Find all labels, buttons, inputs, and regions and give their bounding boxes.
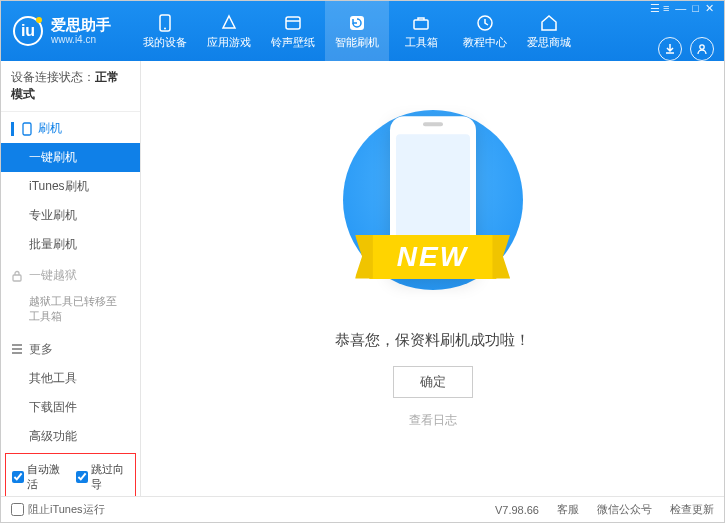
home-icon	[539, 13, 559, 33]
ok-button[interactable]: 确定	[393, 366, 473, 398]
svg-rect-2	[286, 17, 300, 29]
body: 设备连接状态：正常模式 刷机 一键刷机 iTunes刷机 专业刷机 批量刷机 一…	[1, 61, 724, 496]
check-update-link[interactable]: 检查更新	[670, 502, 714, 517]
main-nav: 我的设备 应用游戏 铃声壁纸 智能刷机	[133, 1, 581, 61]
auto-activate-checkbox[interactable]: 自动激活	[12, 462, 66, 492]
phone-icon	[155, 13, 175, 33]
user-button[interactable]	[690, 37, 714, 61]
category-label: 一键越狱	[29, 267, 77, 284]
sidebar-item-advanced[interactable]: 高级功能	[1, 422, 140, 451]
phone-icon	[22, 122, 32, 136]
jailbreak-note: 越狱工具已转移至 工具箱	[1, 290, 140, 333]
sidebar: 设备连接状态：正常模式 刷机 一键刷机 iTunes刷机 专业刷机 批量刷机 一…	[1, 61, 141, 496]
nav-ringtone-wallpaper[interactable]: 铃声壁纸	[261, 1, 325, 61]
book-icon	[475, 13, 495, 33]
maximize-icon[interactable]: □	[692, 2, 699, 15]
svg-rect-8	[13, 275, 21, 281]
close-icon[interactable]: ✕	[705, 2, 714, 15]
sidebar-item-oneclick-flash[interactable]: 一键刷机	[1, 143, 140, 172]
status-label: 设备连接状态：	[11, 70, 95, 84]
checkbox-label: 自动激活	[27, 462, 66, 492]
nav-toolbox[interactable]: 工具箱	[389, 1, 453, 61]
sidebar-item-download-firmware[interactable]: 下载固件	[1, 393, 140, 422]
titlebar-right: ☰ ≡ — □ ✕	[640, 1, 724, 61]
apps-icon	[219, 13, 239, 33]
svg-point-1	[164, 27, 166, 29]
wechat-link[interactable]: 微信公众号	[597, 502, 652, 517]
success-illustration: NEW	[313, 109, 553, 309]
titlebar: iu 爱思助手 www.i4.cn 我的设备 应用游戏	[1, 1, 724, 61]
version-label: V7.98.66	[495, 504, 539, 516]
music-icon	[283, 13, 303, 33]
sidebar-bottom: 自动激活 跳过向导 iPhone 12 mini 64GB Down-12min…	[1, 451, 140, 496]
app-url: www.i4.cn	[51, 34, 111, 45]
svg-rect-4	[414, 20, 428, 29]
skip-guide-checkbox[interactable]: 跳过向导	[76, 462, 130, 492]
sidebar-item-pro-flash[interactable]: 专业刷机	[1, 201, 140, 230]
app-window: iu 爱思助手 www.i4.cn 我的设备 应用游戏	[0, 0, 725, 523]
minimize-icon[interactable]: —	[675, 2, 686, 15]
category-more[interactable]: 更多	[1, 333, 140, 364]
nav-store[interactable]: 爱思商城	[517, 1, 581, 61]
nav-label: 铃声壁纸	[271, 35, 315, 50]
nav-my-device[interactable]: 我的设备	[133, 1, 197, 61]
view-log-link[interactable]: 查看日志	[409, 412, 457, 429]
customer-service-link[interactable]: 客服	[557, 502, 579, 517]
block-itunes-checkbox[interactable]: 阻止iTunes运行	[11, 502, 105, 517]
nav-label: 应用游戏	[207, 35, 251, 50]
accent-bar-icon	[11, 122, 14, 136]
sidebar-item-batch-flash[interactable]: 批量刷机	[1, 230, 140, 259]
options-highlight: 自动激活 跳过向导	[5, 453, 136, 496]
sidebar-item-itunes-flash[interactable]: iTunes刷机	[1, 172, 140, 201]
nav-label: 爱思商城	[527, 35, 571, 50]
download-button[interactable]	[658, 37, 682, 61]
category-label: 更多	[29, 341, 53, 358]
statusbar: 阻止iTunes运行 V7.98.66 客服 微信公众号 检查更新	[1, 496, 724, 522]
svg-point-6	[700, 44, 704, 48]
nav-tutorial-center[interactable]: 教程中心	[453, 1, 517, 61]
nav-label: 工具箱	[405, 35, 438, 50]
toolbox-icon	[411, 13, 431, 33]
category-jailbreak: 一键越狱	[1, 259, 140, 290]
category-flash[interactable]: 刷机	[1, 112, 140, 143]
new-ribbon-icon: NEW	[369, 235, 496, 279]
connection-status: 设备连接状态：正常模式	[1, 61, 140, 112]
nav-label: 我的设备	[143, 35, 187, 50]
nav-label: 教程中心	[463, 35, 507, 50]
checkbox-label: 跳过向导	[91, 462, 130, 492]
main-content: NEW 恭喜您，保资料刷机成功啦！ 确定 查看日志	[141, 61, 724, 496]
sidebar-item-other-tools[interactable]: 其他工具	[1, 364, 140, 393]
nav-label: 智能刷机	[335, 35, 379, 50]
logo-area: iu 爱思助手 www.i4.cn	[1, 1, 123, 61]
svg-rect-7	[23, 123, 31, 135]
logo-icon: iu	[13, 16, 43, 46]
app-name: 爱思助手	[51, 17, 111, 34]
refresh-icon	[347, 13, 367, 33]
success-message: 恭喜您，保资料刷机成功啦！	[335, 331, 530, 350]
nav-apps-games[interactable]: 应用游戏	[197, 1, 261, 61]
lock-icon	[11, 270, 23, 282]
menu-icon[interactable]: ☰ ≡	[650, 2, 669, 15]
checkbox-label: 阻止iTunes运行	[28, 502, 105, 517]
logo-text: 爱思助手 www.i4.cn	[51, 17, 111, 45]
window-controls: ☰ ≡ — □ ✕	[650, 2, 714, 15]
list-icon	[11, 344, 23, 354]
category-label: 刷机	[38, 120, 62, 137]
nav-smart-flash[interactable]: 智能刷机	[325, 1, 389, 61]
